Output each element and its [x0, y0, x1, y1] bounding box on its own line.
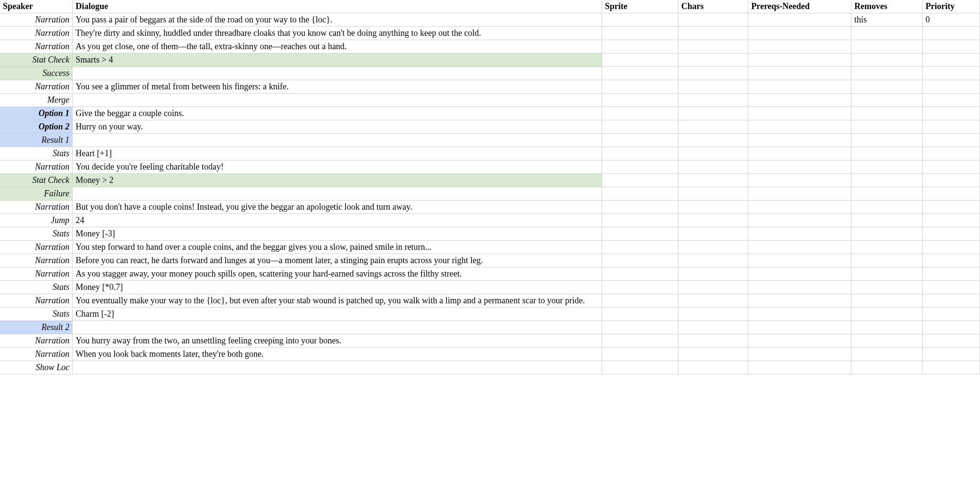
chars-cell[interactable]	[678, 348, 748, 361]
table-row[interactable]: StatsMoney [-3]	[0, 227, 980, 241]
speaker-cell[interactable]: Stats	[0, 281, 73, 294]
priority-cell[interactable]	[923, 254, 980, 267]
sprite-cell[interactable]	[602, 348, 678, 361]
dialogue-cell[interactable]: As you get close, one of them—the tall, …	[73, 40, 602, 53]
removes-cell[interactable]: this	[851, 13, 922, 27]
prereqs-cell[interactable]	[748, 120, 851, 134]
priority-cell[interactable]	[923, 27, 980, 40]
prereqs-cell[interactable]	[748, 134, 851, 147]
sprite-cell[interactable]	[602, 94, 678, 107]
sprite-cell[interactable]	[602, 321, 678, 334]
removes-cell[interactable]	[851, 80, 922, 94]
prereqs-cell[interactable]	[748, 80, 851, 94]
sprite-cell[interactable]	[602, 201, 678, 214]
dialogue-cell[interactable]: 24	[73, 214, 602, 227]
sprite-cell[interactable]	[602, 187, 678, 201]
priority-cell[interactable]	[923, 361, 980, 374]
speaker-cell[interactable]: Success	[0, 67, 73, 80]
dialogue-cell[interactable]	[73, 187, 602, 201]
speaker-cell[interactable]: Stats	[0, 147, 73, 160]
speaker-cell[interactable]: Merge	[0, 94, 73, 107]
table-row[interactable]: Jump24	[0, 214, 980, 227]
sprite-cell[interactable]	[602, 147, 678, 160]
dialogue-cell[interactable]: Give the beggar a couple coins.	[73, 107, 602, 120]
priority-cell[interactable]	[923, 160, 980, 174]
removes-cell[interactable]	[851, 27, 922, 40]
sprite-cell[interactable]	[602, 67, 678, 80]
speaker-cell[interactable]: Failure	[0, 187, 73, 201]
table-row[interactable]: NarrationAs you stagger away, your money…	[0, 267, 980, 281]
table-row[interactable]: StatsHeart [+1]	[0, 147, 980, 160]
speaker-cell[interactable]: Stat Check	[0, 174, 73, 187]
removes-cell[interactable]	[851, 227, 922, 241]
chars-cell[interactable]	[678, 120, 748, 134]
priority-cell[interactable]	[923, 147, 980, 160]
table-row[interactable]: Success	[0, 67, 980, 80]
prereqs-cell[interactable]	[748, 281, 851, 294]
speaker-cell[interactable]: Narration	[0, 267, 73, 281]
priority-cell[interactable]	[923, 241, 980, 254]
dialogue-cell[interactable]: Hurry on your way.	[73, 120, 602, 134]
speaker-cell[interactable]: Narration	[0, 334, 73, 348]
prereqs-cell[interactable]	[748, 361, 851, 374]
sprite-cell[interactable]	[602, 134, 678, 147]
speaker-cell[interactable]: Stats	[0, 227, 73, 241]
table-row[interactable]: StatsCharm [-2]	[0, 308, 980, 321]
dialogue-cell[interactable]: Heart [+1]	[73, 147, 602, 160]
dialogue-cell[interactable]: You eventually make your way to the {loc…	[73, 294, 602, 308]
removes-cell[interactable]	[851, 174, 922, 187]
priority-cell[interactable]	[923, 348, 980, 361]
prereqs-cell[interactable]	[748, 214, 851, 227]
sprite-cell[interactable]	[602, 267, 678, 281]
dialogue-cell[interactable]: Money [-3]	[73, 227, 602, 241]
dialogue-cell[interactable]	[73, 94, 602, 107]
prereqs-cell[interactable]	[748, 94, 851, 107]
speaker-cell[interactable]: Narration	[0, 80, 73, 94]
prereqs-cell[interactable]	[748, 334, 851, 348]
table-row[interactable]: NarrationBefore you can react, he darts …	[0, 254, 980, 267]
table-row[interactable]: Show Loc	[0, 361, 980, 374]
removes-cell[interactable]	[851, 40, 922, 53]
sprite-cell[interactable]	[602, 361, 678, 374]
prereqs-cell[interactable]	[748, 53, 851, 67]
priority-cell[interactable]	[923, 321, 980, 334]
chars-cell[interactable]	[678, 160, 748, 174]
prereqs-cell[interactable]	[748, 27, 851, 40]
priority-cell[interactable]	[923, 174, 980, 187]
chars-cell[interactable]	[678, 147, 748, 160]
chars-cell[interactable]	[678, 308, 748, 321]
table-row[interactable]: NarrationYou step forward to hand over a…	[0, 241, 980, 254]
dialogue-cell[interactable]: You see a glimmer of metal from between …	[73, 80, 602, 94]
dialogue-cell[interactable]: You pass a pair of beggars at the side o…	[73, 13, 602, 27]
dialogue-cell[interactable]: Money > 2	[73, 174, 602, 187]
prereqs-cell[interactable]	[748, 187, 851, 201]
speaker-cell[interactable]: Narration	[0, 348, 73, 361]
table-row[interactable]: NarrationWhen you look back moments late…	[0, 348, 980, 361]
prereqs-cell[interactable]	[748, 107, 851, 120]
chars-cell[interactable]	[678, 334, 748, 348]
sprite-cell[interactable]	[602, 120, 678, 134]
speaker-cell[interactable]: Narration	[0, 160, 73, 174]
speaker-cell[interactable]: Show Loc	[0, 361, 73, 374]
chars-cell[interactable]	[678, 241, 748, 254]
priority-cell[interactable]	[923, 308, 980, 321]
sprite-cell[interactable]	[602, 214, 678, 227]
priority-cell[interactable]	[923, 107, 980, 120]
prereqs-cell[interactable]	[748, 13, 851, 27]
removes-cell[interactable]	[851, 308, 922, 321]
speaker-cell[interactable]: Narration	[0, 241, 73, 254]
speaker-cell[interactable]: Stats	[0, 308, 73, 321]
priority-cell[interactable]	[923, 67, 980, 80]
removes-cell[interactable]	[851, 201, 922, 214]
chars-cell[interactable]	[678, 201, 748, 214]
removes-cell[interactable]	[851, 134, 922, 147]
removes-cell[interactable]	[851, 67, 922, 80]
chars-cell[interactable]	[678, 361, 748, 374]
chars-cell[interactable]	[678, 53, 748, 67]
chars-cell[interactable]	[678, 27, 748, 40]
table-row[interactable]: NarrationAs you get close, one of them—t…	[0, 40, 980, 53]
chars-cell[interactable]	[678, 13, 748, 27]
prereqs-cell[interactable]	[748, 40, 851, 53]
dialogue-cell[interactable]: You step forward to hand over a couple c…	[73, 241, 602, 254]
table-row[interactable]: Merge	[0, 94, 980, 107]
